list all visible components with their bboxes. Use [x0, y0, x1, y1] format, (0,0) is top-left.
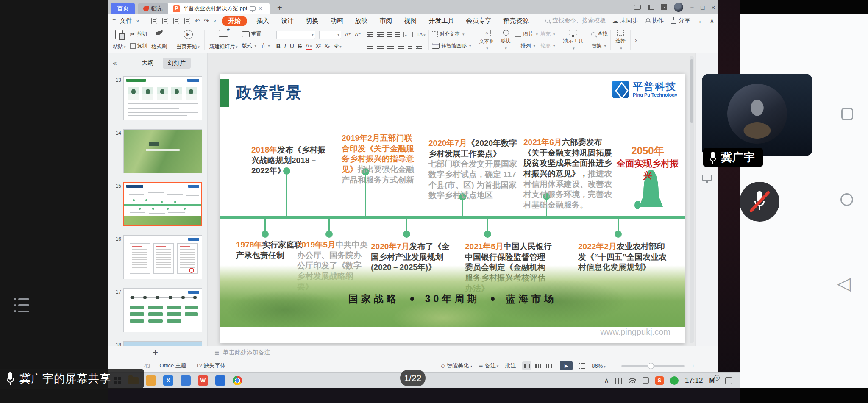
collapse-ribbon-icon[interactable]: ∧ — [710, 17, 714, 24]
tab-close-icon[interactable]: × — [259, 5, 262, 12]
paste-button[interactable]: 粘贴 — [111, 28, 128, 52]
input-method-badge[interactable]: M1 — [709, 377, 719, 384]
play-from-current-button[interactable]: ▶ 当页开始 — [175, 28, 202, 52]
apps-grid-icon[interactable] — [661, 4, 667, 10]
cut-button[interactable]: ✂剪切 — [130, 31, 147, 38]
menu-review[interactable]: 审阅 — [373, 17, 398, 25]
copy-button[interactable]: 复制 — [130, 42, 147, 50]
align-center-button[interactable] — [377, 44, 384, 49]
reading-view-button[interactable] — [544, 361, 554, 370]
decrease-indent-button[interactable] — [387, 32, 392, 37]
slide-thumb-14[interactable]: 14 — [110, 129, 207, 173]
collapse-panel-icon[interactable]: « — [113, 59, 117, 67]
redo-icon[interactable]: ↷ — [204, 17, 209, 24]
notes-toggle-button[interactable]: ≣ 备注 — [479, 362, 498, 370]
tab-document[interactable]: P 平普农业农村解决方案.pptx × — [168, 3, 270, 14]
clock[interactable]: 17:12 — [685, 376, 703, 385]
undo-icon[interactable]: ↶ — [195, 17, 200, 24]
tab-slides[interactable]: 幻灯片 — [163, 58, 191, 69]
replace-button[interactable]: 替换 — [591, 42, 607, 50]
export-icon[interactable] — [162, 18, 168, 24]
close-button[interactable]: × — [711, 4, 715, 11]
numbered-list-button[interactable] — [377, 32, 384, 37]
zoom-slider-knob[interactable] — [648, 363, 654, 369]
tab-outline[interactable]: 大纲 — [136, 58, 159, 69]
picture-button[interactable]: 图片 — [515, 31, 538, 38]
font-name-select[interactable] — [276, 31, 315, 39]
menu-animation[interactable]: 动画 — [324, 17, 349, 25]
new-slide-button[interactable]: 新建幻灯片 — [208, 28, 239, 52]
beautify-button[interactable]: ◇ 智能美化 ▴ — [441, 362, 472, 370]
wifi-icon[interactable] — [629, 378, 636, 383]
highlight-button[interactable]: 变 — [334, 43, 342, 50]
present-tools-button[interactable]: 演示工具 — [561, 28, 585, 52]
format-painter-button[interactable]: 格式刷 — [150, 28, 169, 52]
bold-button[interactable]: B — [276, 43, 281, 50]
font-size-select[interactable] — [319, 31, 341, 39]
underline-button[interactable]: U — [290, 43, 294, 50]
share-button[interactable]: 分享 — [671, 17, 690, 25]
participants-list-icon[interactable] — [14, 298, 32, 312]
select-button[interactable]: 选择 — [614, 28, 627, 52]
strikethrough-button[interactable]: S — [298, 43, 302, 50]
slide-thumb-17[interactable]: 17 — [110, 288, 207, 332]
menu-devtools[interactable]: 开发工具 — [423, 17, 460, 25]
mail-app-icon[interactable] — [181, 375, 191, 386]
app-icon-2[interactable]: X — [163, 375, 173, 386]
android-home-button[interactable] — [840, 193, 853, 206]
split-view-icon[interactable] — [648, 5, 654, 10]
android-back-button[interactable]: ◁ — [837, 275, 851, 292]
reset-button[interactable]: 重置 — [242, 31, 270, 38]
menu-member[interactable]: 会员专享 — [460, 17, 497, 25]
more-menu-icon[interactable]: ⋮ — [697, 17, 703, 24]
canvas-scrollbar[interactable] — [690, 56, 694, 343]
textbox-button[interactable]: A 文本框 — [477, 28, 496, 52]
comments-button[interactable]: 批注 — [505, 362, 516, 370]
slide-thumb-18[interactable]: 18 — [110, 341, 207, 346]
thumbnail-list[interactable]: 13 — [108, 74, 207, 346]
bullet-list-button[interactable] — [367, 32, 373, 37]
menu-view[interactable]: 视图 — [398, 17, 423, 25]
menu-home[interactable]: 开始 — [222, 16, 247, 26]
find-button[interactable]: 查找 — [591, 31, 607, 38]
tab-home[interactable]: 首页 — [111, 3, 135, 14]
align-left-button[interactable] — [367, 44, 373, 49]
app-icon-3[interactable] — [215, 375, 225, 386]
slide-thumb-13[interactable]: 13 — [110, 76, 207, 120]
command-search[interactable]: 查找命令、搜索模板 — [545, 17, 606, 25]
section-button[interactable]: 节 — [260, 42, 270, 50]
sogou-input-icon[interactable]: S — [655, 376, 664, 385]
sorter-view-button[interactable] — [533, 361, 542, 370]
app-icon-1[interactable] — [146, 375, 156, 386]
menu-transition[interactable]: 切换 — [300, 17, 324, 25]
slideshow-play-button[interactable]: ▶ — [560, 361, 573, 370]
zoom-level[interactable]: 86% — [592, 363, 606, 369]
volume-mixer-icon[interactable] — [615, 378, 622, 384]
justify-button[interactable] — [398, 44, 404, 49]
zoom-in-button[interactable]: + — [691, 363, 695, 369]
menu-design[interactable]: 设计 — [275, 17, 300, 25]
decrease-font-button[interactable]: A⁻ — [355, 32, 361, 38]
participant-video-tile[interactable] — [702, 74, 812, 156]
collaborate-button[interactable]: 协作 — [645, 17, 664, 25]
sync-status[interactable]: ☁ 未同步 — [612, 17, 638, 25]
toolbar-expander[interactable]: › — [634, 36, 637, 44]
file-menu[interactable]: ≡ 文件 ∨ — [110, 17, 142, 25]
subscript-button[interactable]: X₂ — [325, 43, 330, 49]
wps-app-icon[interactable]: W — [198, 375, 208, 386]
superscript-button[interactable]: X² — [316, 43, 321, 49]
cast-to-screen-icon[interactable] — [702, 175, 712, 181]
missing-font-button[interactable]: T? 缺失字体 — [196, 362, 226, 370]
slide-thumb-16[interactable]: 16 — [110, 235, 207, 279]
chrome-icon[interactable] — [233, 376, 242, 385]
security-app-icon[interactable] — [670, 376, 679, 385]
slide-thumb-15-selected[interactable]: 15 — [110, 182, 207, 226]
fit-slide-button[interactable] — [579, 363, 585, 369]
add-slide-button[interactable]: + — [153, 347, 158, 358]
android-recents-button[interactable] — [841, 108, 853, 120]
shape-button[interactable]: 形状 — [498, 28, 512, 52]
theme-label[interactable]: Office 主题 — [159, 362, 186, 370]
save-icon[interactable] — [151, 18, 157, 24]
notes-input[interactable]: ≣ 单击此处添加备注 — [214, 349, 270, 356]
tab-docer[interactable]: 稻壳 — [138, 3, 168, 14]
